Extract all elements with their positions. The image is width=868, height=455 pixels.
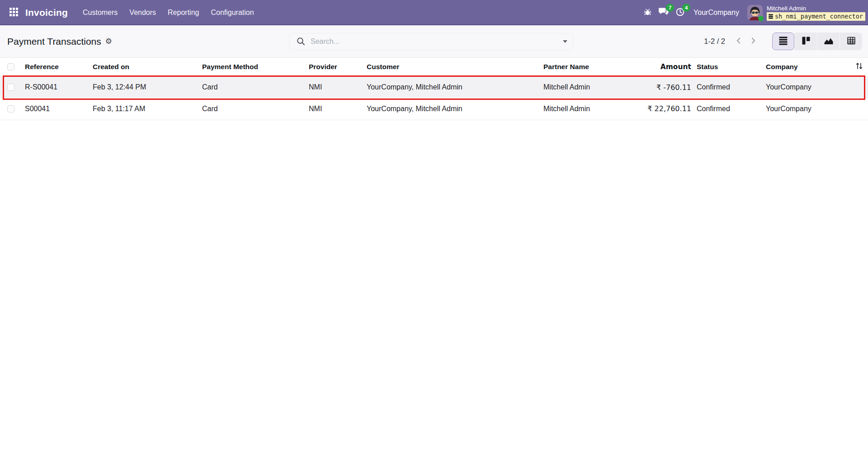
column-amount[interactable]: Amount — [621, 58, 691, 76]
pager-next-button[interactable] — [746, 34, 760, 49]
search-bar — [289, 33, 573, 50]
chevron-left-icon — [734, 36, 744, 47]
control-panel: Payment Transactions ⚙ 1-2 / 2 — [0, 25, 868, 58]
cell-provider: NMI — [305, 98, 363, 120]
activities-button[interactable]: 4 — [672, 5, 688, 21]
gear-icon[interactable]: ⚙ — [105, 38, 112, 45]
column-company[interactable]: Company — [757, 58, 850, 76]
pager-previous-button[interactable] — [731, 34, 746, 49]
cell-partner-name: Mitchell Admin — [540, 76, 621, 98]
cell-partner-name: Mitchell Admin — [540, 98, 621, 120]
table-row[interactable]: R-S00041 Feb 3, 12:44 PM Card NMI YourCo… — [0, 76, 868, 98]
column-reference[interactable]: Reference — [21, 58, 89, 76]
menu-reporting[interactable]: Reporting — [162, 5, 205, 21]
activities-badge: 4 — [682, 4, 690, 12]
systray: 7 4 YourCompany — [639, 5, 865, 21]
select-all-checkbox[interactable] — [7, 63, 14, 70]
search-icon — [297, 37, 305, 46]
user-name: Mitchell Admin — [767, 5, 865, 12]
view-kanban-button[interactable] — [795, 33, 817, 50]
view-list-button[interactable] — [772, 33, 794, 50]
app-name[interactable]: Invoicing — [25, 7, 68, 18]
row-select-checkbox[interactable] — [7, 105, 14, 113]
column-status[interactable]: Status — [691, 58, 757, 76]
cell-created-on: Feb 3, 12:44 PM — [89, 76, 198, 98]
cell-provider: NMI — [305, 76, 363, 98]
list-view-icon — [778, 36, 788, 47]
cell-status: Confirmed — [691, 98, 757, 120]
main-menu: Customers Vendors Reporting Configuratio… — [77, 5, 260, 21]
search-options-button[interactable] — [557, 34, 573, 49]
page-title: Payment Transactions — [7, 36, 101, 47]
cell-reference: R-S00041 — [21, 76, 89, 98]
column-provider[interactable]: Provider — [305, 58, 363, 76]
top-navbar: Invoicing Customers Vendors Reporting Co… — [0, 0, 868, 25]
cell-amount: ₹ 22,760.11 — [621, 98, 691, 120]
menu-configuration[interactable]: Configuration — [205, 5, 259, 21]
bug-icon — [643, 8, 652, 18]
apps-grid-icon — [9, 7, 19, 19]
column-partner-name[interactable]: Partner Name — [540, 58, 621, 76]
column-customer[interactable]: Customer — [363, 58, 540, 76]
debug-button[interactable] — [639, 5, 656, 21]
table-row[interactable]: S00041 Feb 3, 11:17 AM Card NMI YourComp… — [0, 98, 868, 120]
user-menu[interactable]: Mitchell Admin sh_nmi_payment_connector — [767, 5, 865, 21]
database-name: sh_nmi_payment_connector — [775, 12, 863, 21]
chevron-right-icon — [748, 36, 758, 47]
user-avatar[interactable] — [747, 5, 763, 20]
cell-amount: ₹ -760.11 — [621, 76, 691, 98]
cell-customer: YourCompany, Mitchell Admin — [363, 76, 540, 98]
cell-payment-method: Card — [198, 98, 305, 120]
graph-view-icon — [824, 36, 834, 47]
cell-reference: S00041 — [21, 98, 89, 120]
menu-customers[interactable]: Customers — [77, 5, 123, 21]
pager-text: 1-2 / 2 — [704, 37, 725, 46]
transactions-table: Reference Created on Payment Method Prov… — [0, 58, 868, 120]
search-input[interactable] — [311, 38, 557, 46]
table-header-row: Reference Created on Payment Method Prov… — [0, 58, 868, 76]
chevron-down-icon — [563, 40, 567, 43]
adjust-columns-icon — [855, 62, 863, 70]
pivot-view-icon — [847, 36, 856, 47]
row-select-checkbox[interactable] — [7, 84, 14, 91]
presence-indicator — [758, 16, 764, 21]
cell-customer: YourCompany, Mitchell Admin — [363, 98, 540, 120]
cell-company: YourCompany — [757, 76, 850, 98]
company-switcher[interactable]: YourCompany — [693, 9, 739, 17]
view-switcher — [772, 33, 862, 50]
cell-company: YourCompany — [757, 98, 850, 120]
cell-created-on: Feb 3, 11:17 AM — [89, 98, 198, 120]
menu-vendors[interactable]: Vendors — [123, 5, 162, 21]
apps-menu-button[interactable] — [5, 5, 22, 21]
view-graph-button[interactable] — [817, 33, 840, 50]
database-tag: sh_nmi_payment_connector — [767, 12, 865, 21]
kanban-view-icon — [802, 36, 811, 47]
database-icon — [768, 14, 774, 19]
list-view: Reference Created on Payment Method Prov… — [0, 58, 868, 120]
view-pivot-button[interactable] — [840, 33, 862, 50]
cell-payment-method: Card — [198, 76, 305, 98]
messages-button[interactable]: 7 — [656, 5, 672, 21]
column-created-on[interactable]: Created on — [89, 58, 198, 76]
column-payment-method[interactable]: Payment Method — [198, 58, 305, 76]
optional-columns-button[interactable] — [855, 62, 863, 70]
cell-status: Confirmed — [691, 76, 757, 98]
